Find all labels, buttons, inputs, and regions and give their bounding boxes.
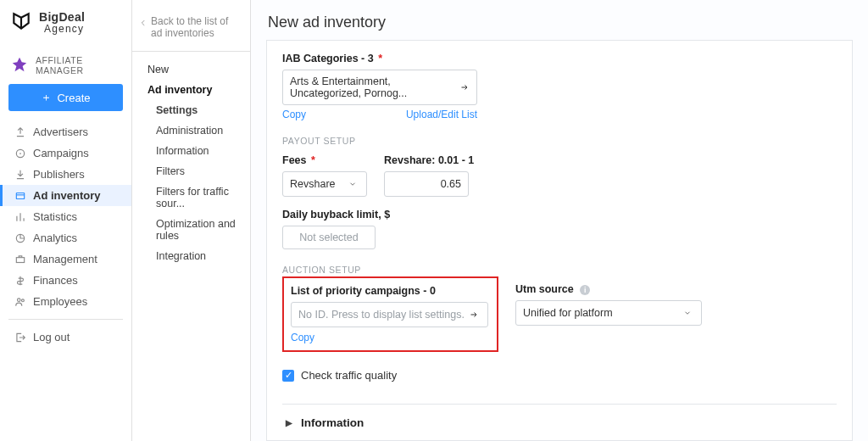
role-row: AFFILIATE MANAGER [0, 50, 131, 84]
svg-rect-5 [16, 257, 24, 262]
svg-marker-0 [13, 58, 27, 72]
iab-categories-input[interactable]: Arts & Entertainment, Uncategorized, Por… [282, 70, 477, 105]
svg-point-7 [21, 299, 24, 301]
section-information[interactable]: ▶ Information [282, 404, 837, 441]
upload-edit-link[interactable]: Upload/Edit List [406, 109, 477, 120]
utm-label: Utm source i [515, 283, 702, 295]
sidebar-sub: Back to the list of ad inventories New A… [132, 0, 251, 441]
create-button[interactable]: ＋ Create [8, 84, 123, 111]
dollar-icon [14, 275, 26, 287]
sidebar-item-label: Advertisers [33, 126, 88, 138]
logout-icon [14, 332, 26, 343]
sidebar-main: BigDeal Agency AFFILIATE MANAGER ＋ Creat… [0, 0, 132, 441]
logout-label: Log out [33, 331, 70, 343]
divider [8, 319, 123, 320]
svg-point-6 [18, 298, 21, 301]
sidebar-item-analytics[interactable]: Analytics [0, 227, 131, 248]
sidebar-item-publishers[interactable]: Publishers [0, 164, 131, 185]
daily-buyback-placeholder: Not selected [299, 232, 358, 243]
subnav-settings[interactable]: Settings [153, 101, 250, 120]
subnav-new[interactable]: New [144, 60, 250, 79]
priority-copy-link[interactable]: Copy [291, 332, 314, 343]
copy-link[interactable]: Copy [282, 109, 306, 120]
revshare-input[interactable] [384, 171, 469, 197]
payout-setup-heading: PAYOUT SETUP [282, 136, 837, 146]
check-traffic-label: Check traffic quality [301, 369, 397, 382]
brand-sub: Agency [44, 24, 85, 35]
target-icon [14, 148, 26, 159]
subnav-integration[interactable]: Integration [153, 247, 250, 265]
arrow-right-icon [459, 81, 470, 94]
sidebar-item-label: Campaigns [33, 147, 89, 159]
required-icon: * [378, 53, 382, 64]
sidebar-item-label: Analytics [33, 232, 77, 244]
arrow-right-icon [467, 308, 481, 321]
check-traffic-row[interactable]: ✓ Check traffic quality [282, 369, 837, 382]
briefcase-icon [14, 254, 26, 265]
utm-value: Unified for platform [523, 307, 613, 319]
fees-label: Fees * [282, 154, 367, 166]
chevron-down-icon [681, 306, 694, 320]
sidebar-item-campaigns[interactable]: Campaigns [0, 142, 131, 164]
utm-label-text: Utm source [515, 283, 574, 295]
sidebar-item-finances[interactable]: Finances [0, 270, 131, 291]
sidebar-item-advertisers[interactable]: Advertisers [0, 121, 131, 142]
subnav-filters[interactable]: Filters [153, 162, 250, 181]
revshare-label: Revshare: 0.01 - 1 [384, 154, 474, 166]
create-label: Create [57, 92, 90, 104]
plus-icon: ＋ [41, 90, 52, 105]
fees-label-text: Fees [282, 154, 307, 166]
role-label: AFFILIATE MANAGER [36, 55, 121, 75]
sidebar-list: Advertisers Campaigns Publishers Ad inve… [0, 120, 131, 348]
sidebar-item-employees[interactable]: Employees [0, 291, 131, 312]
chevron-left-icon [139, 15, 147, 31]
users-icon [14, 296, 26, 308]
ad-icon [14, 190, 26, 202]
main-area: New ad inventory IAB Categories - 3 * Ar… [251, 0, 868, 441]
brand: BigDeal Agency [0, 0, 131, 50]
daily-buyback-input[interactable]: Not selected [282, 226, 376, 249]
sidebar-item-label: Employees [33, 295, 87, 308]
subnav: New Ad inventory Settings Administration… [132, 52, 250, 265]
upload-icon [14, 126, 26, 138]
settings-card: IAB Categories - 3 * Arts & Entertainmen… [266, 40, 853, 441]
checkbox-checked-icon: ✓ [282, 370, 294, 382]
priority-placeholder: No ID. Press to display list settings. [298, 309, 465, 321]
role-icon [10, 55, 29, 75]
subnav-administration[interactable]: Administration [153, 121, 250, 140]
sidebar-item-logout[interactable]: Log out [0, 327, 131, 348]
subnav-information[interactable]: Information [153, 142, 250, 160]
subnav-optimization[interactable]: Optimization and rules [153, 215, 250, 245]
sidebar-item-management[interactable]: Management [0, 248, 131, 270]
sidebar-item-label: Management [33, 253, 97, 265]
sidebar-item-ad-inventory[interactable]: Ad inventory [0, 185, 131, 206]
info-icon: i [580, 285, 590, 295]
svg-point-2 [19, 153, 21, 154]
subnav-filters-traffic[interactable]: Filters for traffic sour... [153, 182, 250, 213]
sidebar-item-label: Ad inventory [33, 189, 100, 202]
iab-label: IAB Categories - 3 * [282, 53, 837, 64]
utm-select[interactable]: Unified for platform [515, 300, 702, 326]
triangle-right-icon: ▶ [286, 418, 292, 427]
priority-label: List of priority campaigns - 0 [291, 285, 488, 297]
iab-label-text: IAB Categories - 3 [282, 53, 374, 64]
brand-name: BigDeal [39, 11, 85, 24]
priority-campaigns-input[interactable]: No ID. Press to display list settings. [291, 302, 488, 327]
iab-value: Arts & Entertainment, Uncategorized, Por… [290, 75, 459, 99]
download-icon [14, 169, 26, 181]
section-information-label: Information [301, 416, 364, 429]
daily-buyback-label: Daily buyback limit, $ [282, 209, 837, 220]
required-icon: * [311, 154, 315, 166]
priority-campaigns-highlight: List of priority campaigns - 0 No ID. Pr… [282, 276, 498, 352]
back-link[interactable]: Back to the list of ad inventories [132, 0, 250, 52]
chevron-down-icon [346, 177, 359, 191]
auction-setup-heading: AUCTION SETUP [282, 265, 837, 275]
bar-chart-icon [14, 211, 26, 223]
sidebar-item-statistics[interactable]: Statistics [0, 206, 131, 227]
fees-select[interactable]: Revshare [282, 171, 367, 197]
svg-rect-3 [16, 193, 24, 198]
pie-chart-icon [14, 232, 26, 244]
sidebar-item-label: Publishers [33, 168, 85, 181]
subnav-ad-inventory[interactable]: Ad inventory [144, 81, 250, 99]
sidebar-item-label: Statistics [33, 210, 77, 223]
